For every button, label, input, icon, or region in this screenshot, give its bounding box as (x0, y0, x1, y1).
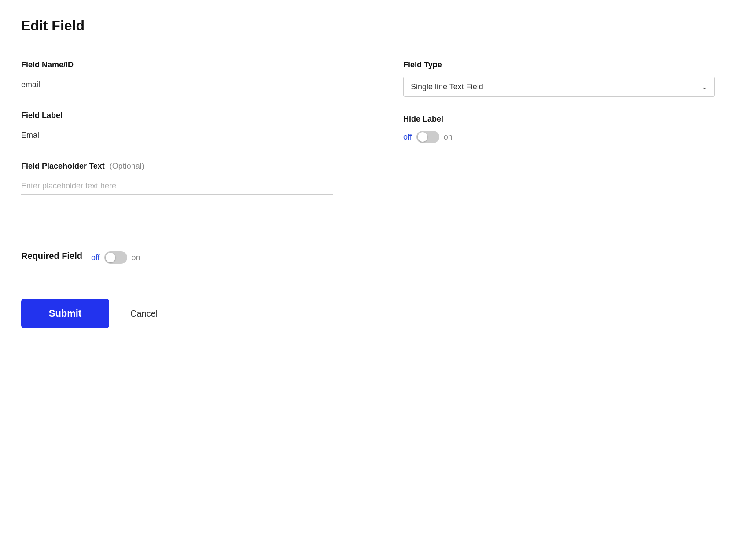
required-field-label: Required Field (21, 251, 82, 261)
hide-label-label: Hide Label (403, 114, 715, 124)
button-row: Submit Cancel (21, 299, 715, 328)
optional-tag: (Optional) (110, 162, 144, 170)
field-placeholder-label: Field Placeholder Text (Optional) (21, 162, 333, 171)
bottom-section: Required Field off on Submit Cancel (21, 221, 715, 328)
field-label-input[interactable] (21, 127, 333, 144)
field-name-label: Field Name/ID (21, 60, 333, 70)
field-label-label: Field Label (21, 111, 333, 120)
field-placeholder-group: Field Placeholder Text (Optional) (21, 162, 333, 195)
required-field-toggle[interactable] (104, 251, 127, 264)
field-placeholder-input[interactable] (21, 178, 333, 195)
section-divider (21, 221, 715, 221)
hide-label-on-text: on (444, 133, 453, 142)
submit-button[interactable]: Submit (21, 299, 109, 328)
field-label-group: Field Label (21, 111, 333, 144)
field-type-group: Field Type Single line Text Field Multi … (403, 60, 715, 97)
cancel-button[interactable]: Cancel (120, 300, 168, 328)
required-on-text: on (132, 253, 140, 262)
field-type-label: Field Type (403, 60, 715, 70)
field-type-select[interactable]: Single line Text Field Multi line Text F… (403, 77, 715, 97)
required-off-text: off (91, 253, 100, 262)
hide-label-toggle-group: off on (403, 131, 715, 143)
field-name-group: Field Name/ID (21, 60, 333, 93)
required-field-row: Required Field off on (21, 239, 715, 273)
field-name-input[interactable] (21, 77, 333, 93)
field-type-select-wrapper: Single line Text Field Multi line Text F… (403, 77, 715, 97)
hide-label-off-text: off (403, 133, 412, 142)
required-toggle-group: off on (91, 251, 140, 264)
hide-label-toggle[interactable] (416, 131, 439, 143)
hide-label-group: Hide Label off on (403, 114, 715, 143)
page-title: Edit Field (21, 18, 715, 34)
